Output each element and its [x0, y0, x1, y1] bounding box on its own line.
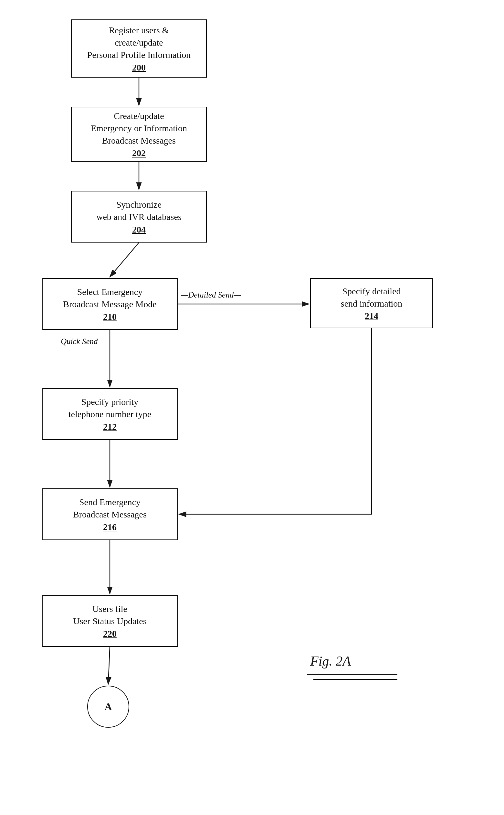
fig-underline-2 — [313, 679, 397, 680]
label-quick-send: Quick Send — [61, 337, 98, 346]
diagram-container: Register users & create/update Personal … — [0, 0, 504, 815]
box-216: Send Emergency Broadcast Messages 216 — [42, 488, 178, 540]
box-202: Create/update Emergency or Information B… — [71, 107, 207, 162]
fig-underline-1 — [307, 674, 397, 675]
label-detailed-send: —Detailed Send— — [181, 291, 241, 300]
circle-a: A — [87, 686, 129, 728]
box-210: Select Emergency Broadcast Message Mode … — [42, 278, 178, 330]
box-212: Specify priority telephone number type 2… — [42, 388, 178, 440]
box-214: Specify detailed send information 214 — [310, 278, 433, 328]
box-220: Users file User Status Updates 220 — [42, 595, 178, 647]
svg-line-4 — [110, 243, 139, 277]
box-200: Register users & create/update Personal … — [71, 19, 207, 78]
figure-label: Fig. 2A — [310, 653, 351, 669]
svg-line-9 — [108, 647, 110, 684]
box-204: Synchronize web and IVR databases 204 — [71, 191, 207, 243]
